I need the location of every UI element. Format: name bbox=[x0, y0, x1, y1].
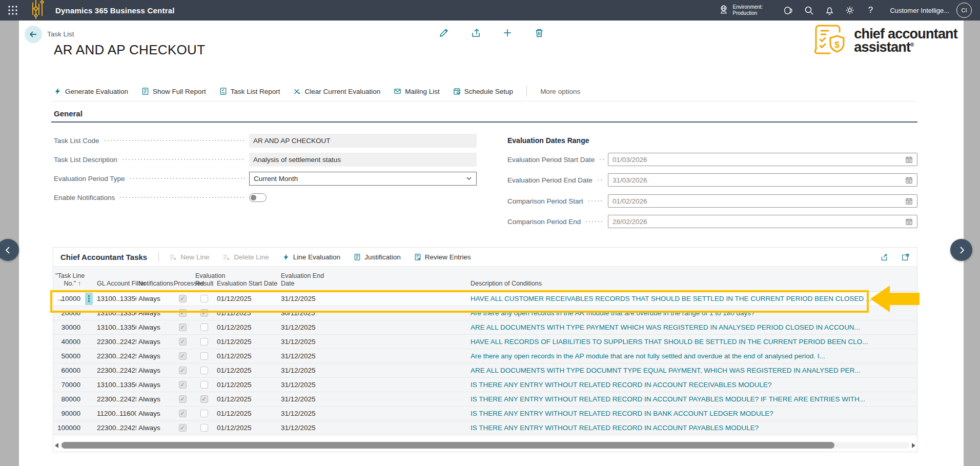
delete-trash-icon[interactable] bbox=[534, 28, 544, 40]
page-nav-right-button[interactable] bbox=[950, 239, 972, 261]
evaluation-start-date-cell[interactable]: 01/12/2025 bbox=[215, 410, 279, 417]
notifications-cell[interactable]: Always bbox=[136, 381, 172, 389]
evaluation-end-date-cell[interactable]: 31/12/2025 bbox=[279, 295, 468, 302]
evaluation-start-date-cell[interactable]: 01/12/2025 bbox=[215, 367, 279, 374]
evaluation-result-checkbox[interactable] bbox=[200, 352, 208, 360]
scroll-left-arrow[interactable] bbox=[55, 443, 58, 448]
table-row[interactable]: 100000 22300..22425 Always ✓ 01/12/2025 … bbox=[53, 421, 917, 435]
evaluation-result-checkbox[interactable] bbox=[200, 410, 208, 417]
table-row[interactable]: 50000 22300..22425 Always ✓ 01/12/2025 3… bbox=[53, 349, 917, 363]
notifications-bell-icon[interactable] bbox=[819, 0, 840, 21]
new-line-button[interactable]: New Line bbox=[169, 253, 209, 261]
search-icon[interactable] bbox=[799, 0, 819, 21]
gl-account-filter-cell[interactable]: 22300..22425 bbox=[95, 352, 136, 360]
calendar-icon[interactable] bbox=[905, 197, 913, 205]
horizontal-scrollbar[interactable] bbox=[55, 441, 915, 449]
table-row[interactable]: →10000 13100..13350 Always ✓ 01/12/2025 … bbox=[53, 292, 917, 306]
description-link[interactable]: IS THERE ANY ENTRY WITHOUT RELATED RECOR… bbox=[468, 424, 917, 432]
table-row[interactable]: 80000 22300..22425 Always ✓ ✓ 01/12/2025… bbox=[53, 392, 917, 407]
evaluation-period-start-date-input[interactable]: 01/03/2026 bbox=[608, 153, 917, 166]
description-link[interactable]: HAVE ALL CUSTOMER RECEIVABLES RECORDS TH… bbox=[468, 295, 917, 302]
evaluation-end-date-cell[interactable]: 31/12/2025 bbox=[279, 352, 468, 360]
table-row[interactable]: 30000 13100..13350 Always ✓ 01/12/2025 3… bbox=[53, 320, 917, 335]
user-name[interactable]: Customer Intellige... bbox=[890, 7, 949, 14]
processed-checkbox[interactable]: ✓ bbox=[179, 367, 187, 374]
evaluation-result-checkbox[interactable]: ✓ bbox=[200, 395, 208, 403]
table-row[interactable]: 60000 22300..22425 Always ✓ 01/12/2025 3… bbox=[53, 363, 917, 378]
environment-button[interactable]: Environment:Production bbox=[719, 4, 763, 17]
evaluation-result-checkbox[interactable] bbox=[200, 323, 208, 331]
evaluation-start-date-cell[interactable]: 01/12/2025 bbox=[215, 338, 279, 346]
open-in-new-icon[interactable] bbox=[901, 253, 910, 261]
col-evaluation-end-date[interactable]: Evaluation EndDate bbox=[279, 272, 468, 291]
task-line-no-cell[interactable]: 10000 bbox=[61, 295, 80, 302]
gl-account-filter-cell[interactable]: 22300..22425 bbox=[95, 424, 136, 432]
processed-checkbox[interactable]: ✓ bbox=[179, 424, 187, 432]
notifications-cell[interactable]: Always bbox=[136, 338, 172, 346]
col-notifications[interactable]: Notifications bbox=[136, 280, 172, 291]
evaluation-start-date-cell[interactable]: 01/12/2025 bbox=[215, 424, 279, 432]
col-task-line-no[interactable]: "Task Line No." ↑ bbox=[53, 272, 83, 291]
evaluation-start-date-cell[interactable]: 01/12/2025 bbox=[215, 295, 279, 302]
clear-current-evaluation-button[interactable]: Clear Current Evaluation bbox=[293, 87, 380, 95]
app-launcher-icon[interactable] bbox=[6, 4, 19, 17]
evaluation-end-date-cell[interactable]: 30/11/2025 bbox=[279, 309, 468, 317]
evaluation-result-checkbox[interactable] bbox=[200, 338, 208, 346]
evaluation-end-date-cell[interactable]: 31/12/2025 bbox=[279, 424, 468, 432]
evaluation-end-date-cell[interactable]: 31/12/2025 bbox=[279, 367, 468, 374]
notifications-cell[interactable]: Always bbox=[136, 410, 172, 417]
col-evaluation-start-date[interactable]: Evaluation Start Date bbox=[215, 280, 279, 291]
description-link[interactable]: HAVE ALL RECORDS OF LIABILITIES TO SUPPL… bbox=[468, 338, 917, 346]
generate-evaluation-button[interactable]: Generate Evaluation bbox=[54, 87, 128, 95]
gl-account-filter-cell[interactable]: 11200..11600 bbox=[95, 410, 136, 417]
description-link[interactable]: IS THERE ANY ENTRY WITHOUT RELATED RECOR… bbox=[468, 395, 917, 403]
processed-checkbox[interactable]: ✓ bbox=[179, 352, 187, 360]
evaluation-start-date-cell[interactable]: 01/12/2025 bbox=[215, 381, 279, 389]
settings-gear-icon[interactable] bbox=[840, 0, 860, 21]
evaluation-end-date-cell[interactable]: 31/12/2025 bbox=[279, 410, 468, 417]
gl-account-filter-cell[interactable]: 13100..13350 bbox=[95, 309, 136, 317]
line-evaluation-button[interactable]: Line Evaluation bbox=[282, 253, 340, 261]
comparison-period-end-input[interactable]: 28/02/2026 bbox=[608, 215, 917, 228]
evaluation-end-date-cell[interactable]: 31/12/2025 bbox=[279, 323, 468, 331]
gl-account-filter-cell[interactable]: 22300..22425 bbox=[95, 395, 136, 403]
comparison-period-start-input[interactable]: 01/02/2026 bbox=[608, 194, 917, 208]
evaluation-start-date-cell[interactable]: 01/12/2025 bbox=[215, 323, 279, 331]
processed-checkbox[interactable]: ✓ bbox=[179, 309, 187, 317]
scroll-right-arrow[interactable] bbox=[912, 443, 915, 448]
evaluation-end-date-cell[interactable]: 31/12/2025 bbox=[279, 395, 468, 403]
task-line-no-cell[interactable]: 20000 bbox=[61, 309, 80, 317]
description-link[interactable]: IS THERE ANY ENTRY WITHOUT RELATED RECOR… bbox=[468, 410, 917, 417]
help-icon[interactable]: ? bbox=[860, 0, 881, 21]
processed-checkbox[interactable]: ✓ bbox=[179, 295, 187, 302]
scrollbar-track[interactable] bbox=[60, 442, 910, 449]
notifications-cell[interactable]: Always bbox=[136, 424, 172, 432]
evaluation-start-date-cell[interactable]: 01/11/2025 bbox=[215, 309, 279, 317]
more-options-button[interactable]: More options bbox=[540, 88, 580, 95]
task-line-no-cell[interactable]: 60000 bbox=[61, 367, 80, 374]
calendar-icon[interactable] bbox=[905, 156, 913, 164]
scrollbar-thumb[interactable] bbox=[62, 442, 834, 449]
share-panel-icon[interactable] bbox=[880, 253, 889, 261]
evaluation-end-date-cell[interactable]: 31/12/2025 bbox=[279, 381, 468, 389]
processed-checkbox[interactable]: ✓ bbox=[179, 410, 187, 417]
processed-checkbox[interactable]: ✓ bbox=[179, 381, 187, 389]
evaluation-period-end-date-input[interactable]: 31/03/2026 bbox=[608, 173, 917, 187]
delete-line-button[interactable]: Delete Line bbox=[222, 253, 269, 261]
mailing-list-button[interactable]: Mailing List bbox=[394, 87, 440, 95]
task-list-description-input[interactable]: Analysis of settlement status bbox=[249, 153, 477, 167]
processed-checkbox[interactable]: ✓ bbox=[179, 338, 187, 346]
calendar-icon[interactable] bbox=[905, 218, 913, 226]
notifications-cell[interactable]: Always bbox=[136, 352, 172, 360]
gl-account-filter-cell[interactable]: 13100..13350 bbox=[95, 323, 136, 331]
evaluation-result-checkbox[interactable] bbox=[200, 367, 208, 374]
evaluation-result-checkbox[interactable]: ✓ bbox=[200, 309, 208, 317]
table-row[interactable]: 70000 13100..13350 Always ✓ 01/12/2025 3… bbox=[53, 378, 917, 392]
evaluation-result-checkbox[interactable] bbox=[200, 295, 208, 302]
gl-account-filter-cell[interactable]: 22300..22425 bbox=[95, 338, 136, 346]
task-line-no-cell[interactable]: 80000 bbox=[61, 395, 80, 403]
app-title[interactable]: Dynamics 365 Business Central bbox=[55, 6, 175, 15]
col-description-of-conditions[interactable]: Description of Conditions bbox=[468, 280, 917, 291]
notifications-cell[interactable]: Always bbox=[136, 367, 172, 374]
task-line-no-cell[interactable]: 30000 bbox=[61, 323, 80, 331]
